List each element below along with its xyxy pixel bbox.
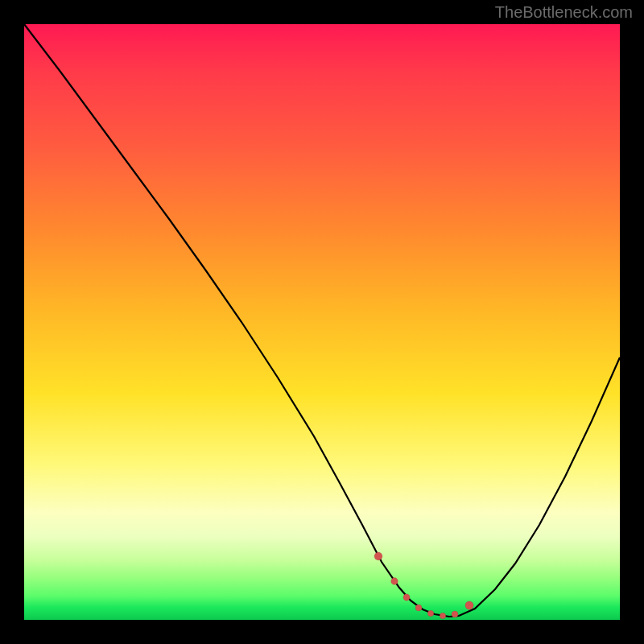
valley-marker — [374, 552, 382, 560]
valley-marker — [427, 610, 434, 617]
valley-marker — [440, 613, 446, 619]
valley-marker — [391, 578, 398, 585]
valley-marker — [415, 605, 422, 611]
valley-marker — [403, 594, 410, 601]
valley-markers-group — [374, 552, 473, 619]
watermark-text: TheBottleneck.com — [495, 3, 633, 22]
bottleneck-curve — [24, 24, 620, 617]
curve-svg — [24, 24, 620, 620]
plot-area — [24, 24, 620, 620]
valley-marker — [452, 611, 458, 617]
valley-marker — [465, 601, 473, 609]
